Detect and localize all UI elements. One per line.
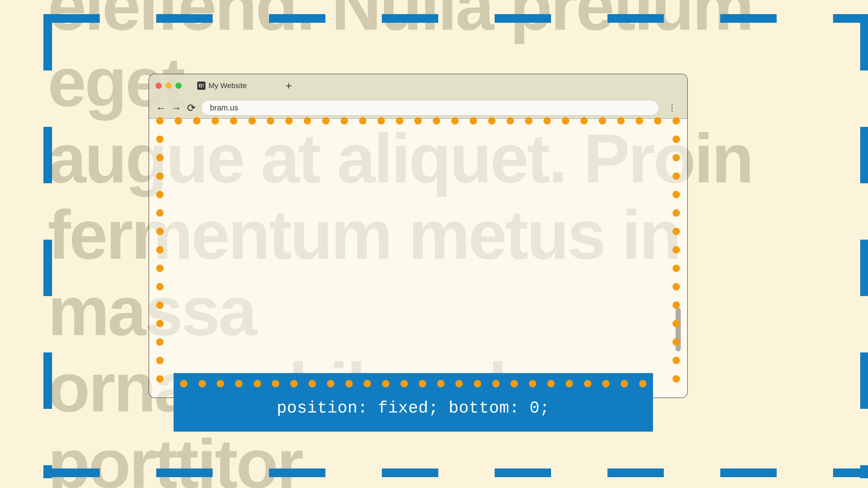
address-bar: ← → ⟳ bram.us ⋮ [149, 97, 687, 119]
new-tab-button[interactable]: + [285, 79, 292, 92]
browser-window: B! My Website + ← → ⟳ bram.us ⋮ [149, 74, 688, 398]
fixed-position-element: position: fixed; bottom: 0; [174, 373, 653, 432]
window-maximize-button[interactable] [176, 83, 182, 89]
scrollbar-thumb[interactable] [676, 308, 681, 351]
forward-button[interactable]: → [171, 102, 182, 114]
window-close-button[interactable] [156, 83, 162, 89]
browser-tab[interactable]: B! My Website [192, 78, 273, 93]
window-minimize-button[interactable] [165, 83, 172, 89]
footer-top-dotted-edge [180, 380, 647, 389]
browser-menu-button[interactable]: ⋮ [663, 103, 681, 113]
back-button[interactable]: ← [156, 102, 166, 114]
reload-button[interactable]: ⟳ [186, 102, 197, 114]
tab-title: My Website [209, 82, 247, 90]
browser-chrome: B! My Website + ← → ⟳ bram.us ⋮ [149, 74, 687, 119]
url-input[interactable]: bram.us [201, 100, 659, 116]
favicon-icon: B! [197, 82, 206, 90]
tab-bar: B! My Website + [149, 74, 687, 97]
css-declaration-text: position: fixed; bottom: 0; [277, 399, 550, 418]
